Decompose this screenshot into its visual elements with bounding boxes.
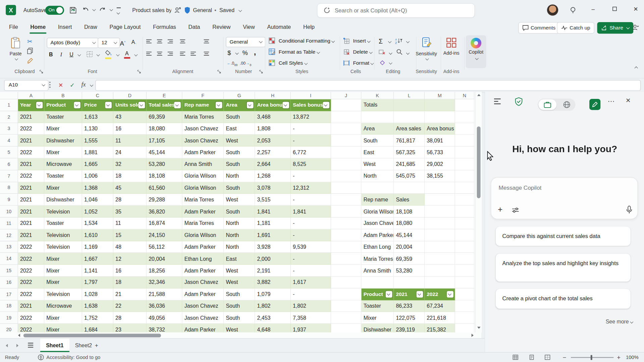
cell-A1[interactable]: Year [18, 99, 44, 111]
cell-A5[interactable]: 2022 [18, 146, 44, 158]
clear-chevron-icon[interactable] [389, 51, 392, 55]
cell-C3[interactable]: 1,130 [82, 123, 113, 135]
row-header-19[interactable]: 19 [0, 312, 18, 324]
cell-C5[interactable]: 1,881 [82, 146, 113, 158]
column-header-B[interactable]: B [44, 92, 82, 99]
cell-L14[interactable]: 69,359 [394, 253, 425, 265]
cell-B6[interactable]: Microwave [44, 159, 82, 170]
align-middle-icon[interactable] [157, 39, 163, 44]
cell-I2[interactable]: 13,872 [291, 111, 331, 123]
cell-A17[interactable]: 2022 [18, 289, 44, 300]
cell-M14[interactable] [425, 253, 455, 265]
cell-I15[interactable]: - [291, 265, 331, 277]
cell-N4[interactable] [455, 135, 475, 146]
number-format-combo[interactable]: General [226, 37, 265, 47]
row-header-14[interactable]: 14 [0, 253, 18, 265]
filter-button[interactable] [216, 102, 222, 109]
cell-F13[interactable]: Adam Parker [182, 241, 224, 253]
cell-J6[interactable] [331, 159, 362, 170]
cell-B19[interactable]: Mixer [44, 312, 82, 324]
cell-D20[interactable]: 23 [113, 324, 147, 332]
column-header-E[interactable]: E [147, 92, 182, 99]
cell-J4[interactable] [331, 135, 362, 146]
cell-J2[interactable] [331, 111, 362, 123]
cell-N16[interactable] [455, 277, 475, 288]
filter-button[interactable] [447, 291, 453, 298]
cell-E20[interactable]: 38,732 [147, 324, 182, 332]
cell-G14[interactable]: East [224, 253, 255, 265]
cell-G19[interactable]: South [224, 312, 255, 324]
filter-button[interactable] [105, 102, 112, 109]
cell-J12[interactable] [331, 229, 362, 241]
search-bar[interactable] [317, 3, 475, 18]
cell-C7[interactable]: 1,006 [82, 170, 113, 182]
cell-J7[interactable] [331, 170, 362, 182]
cell-H14[interactable]: 2,000 [255, 253, 291, 265]
find-select-icon[interactable] [396, 48, 402, 56]
cell-B7[interactable]: Toaster [44, 170, 82, 182]
cell-A15[interactable]: 2022 [18, 265, 44, 277]
column-header-K[interactable]: K [362, 92, 394, 99]
cell-C11[interactable]: 1,534 [82, 218, 113, 229]
cell-N20[interactable] [455, 324, 475, 332]
cell-I7[interactable]: - [291, 170, 331, 182]
normal-view-icon[interactable] [513, 355, 518, 361]
row-header-6[interactable]: 6 [0, 159, 18, 170]
cell-H3[interactable]: 1,808 [255, 123, 291, 135]
cell-B15[interactable]: Mixer [44, 265, 82, 277]
cell-F17[interactable]: Adam Parker [182, 289, 224, 300]
row-header-13[interactable]: 13 [0, 241, 18, 253]
cell-H6[interactable]: 2,664 [255, 159, 291, 170]
cell-K6[interactable]: West [362, 159, 394, 170]
cell-I18[interactable]: 1,802 [291, 300, 331, 312]
analyze-chevron-icon[interactable] [389, 61, 392, 64]
cell-L19[interactable]: 122,075 [394, 312, 425, 324]
zoom-out-button[interactable]: − [563, 354, 567, 361]
cell-A10[interactable]: 2021 [18, 206, 44, 218]
cell-D11[interactable]: 11 [113, 218, 147, 229]
cell-N13[interactable] [455, 241, 475, 253]
cell-E10[interactable]: 36,820 [147, 206, 182, 218]
row-header-17[interactable]: 17 [0, 289, 18, 300]
cell-C8[interactable]: 1,368 [82, 182, 113, 194]
cell-G20[interactable]: West [224, 324, 255, 332]
lightbulb-icon[interactable] [569, 6, 577, 16]
autosum-chevron-icon[interactable] [388, 40, 391, 43]
copy-icon[interactable] [27, 48, 33, 56]
bold-button[interactable]: B [48, 50, 54, 59]
cell-K18[interactable]: Toaster [362, 300, 394, 312]
web-globe-icon[interactable] [563, 101, 571, 108]
scroll-up-icon[interactable] [477, 94, 481, 96]
cell-M11[interactable] [425, 218, 455, 229]
cell-K3[interactable]: Area [362, 123, 394, 135]
cell-C13[interactable]: 1,169 [82, 241, 113, 253]
cell-N3[interactable] [455, 123, 475, 135]
cell-A4[interactable]: 2021 [18, 135, 44, 146]
cell-F18[interactable]: Jason Chavez [182, 300, 224, 312]
sort-filter-icon[interactable]: AZ [395, 38, 402, 46]
cell-H19[interactable]: 2,453 [255, 312, 291, 324]
cell-K2[interactable] [362, 111, 394, 123]
merge-center-icon[interactable] [204, 51, 209, 56]
cell-M7[interactable]: 38,155 [425, 170, 455, 182]
next-sheet-icon[interactable] [16, 344, 18, 347]
cell-M20[interactable]: 215,382 [425, 324, 455, 332]
cell-G16[interactable]: West [224, 277, 255, 288]
row-header-1[interactable]: 1 [0, 99, 18, 111]
cell-B3[interactable]: Mixer [44, 123, 82, 135]
cell-L16[interactable] [394, 277, 425, 288]
cell-G13[interactable]: North [224, 241, 255, 253]
cell-B14[interactable]: Mixer [44, 253, 82, 265]
cell-L3[interactable]: Area sales [394, 123, 425, 135]
cell-C17[interactable]: 1,028 [82, 289, 113, 300]
cell-H13[interactable]: 3,928 [255, 241, 291, 253]
copilot-button[interactable]: Copilot [466, 35, 486, 68]
cell-J15[interactable] [331, 265, 362, 277]
cell-G3[interactable]: East [224, 123, 255, 135]
cell-E4[interactable]: 17,105 [147, 135, 182, 146]
cell-N12[interactable] [455, 229, 475, 241]
cell-B12[interactable]: Television [44, 229, 82, 241]
cell-N18[interactable] [455, 300, 475, 312]
saved-status[interactable]: Saved [219, 0, 234, 20]
cell-L2[interactable] [394, 111, 425, 123]
